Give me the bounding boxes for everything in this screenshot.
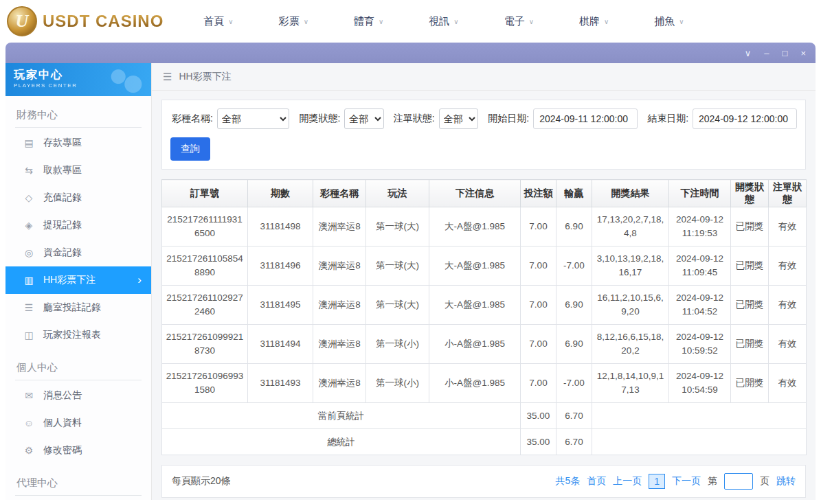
cell-draw-result: 8,12,16,6,15,18,20,2: [592, 325, 669, 364]
end-date-input[interactable]: [693, 108, 797, 129]
cell-play-type: 第一球(大): [366, 247, 429, 286]
sidebar-item[interactable]: ✉ 消息公告: [5, 382, 151, 409]
cell-bet-amount: 7.00: [521, 286, 556, 325]
table-header-row: 訂單號期數彩種名稱玩法下注信息投注額輸贏開獎結果下注時間開獎狀態注單狀態: [162, 180, 807, 207]
cell-bet-time: 2024-09-12 10:59:52: [669, 325, 731, 364]
column-header: 開獎狀態: [731, 180, 769, 207]
sidebar-item[interactable]: ◇ 充值記錄: [5, 184, 151, 211]
sidebar-item-label: 廳室投註記錄: [43, 301, 101, 314]
hamburger-menu-icon[interactable]: ☰: [163, 71, 172, 83]
cell-order-no: 2152172611058548890: [162, 247, 248, 286]
cell-bet-time: 2024-09-12 11:09:45: [669, 247, 731, 286]
funds-record-icon: ◎: [23, 247, 34, 258]
lottery-name-select[interactable]: 全部: [217, 108, 290, 129]
nav-item[interactable]: 體育 ∨: [354, 15, 383, 28]
table-row[interactable]: 2152172611029272460 31181495 澳洲幸运8 第一球(大…: [162, 286, 807, 325]
bet-table-body: 2152172611119316500 31181498 澳洲幸运8 第一球(大…: [162, 207, 807, 455]
cashout-record-icon: ◈: [23, 220, 34, 231]
page-jump-input[interactable]: [724, 473, 753, 490]
cell-issue: 31181493: [248, 364, 313, 403]
lottery-bet-icon: ▥: [23, 275, 34, 286]
cell-bet-info: 大-A盤@1.985: [429, 286, 521, 325]
cell-issue: 31181496: [248, 247, 313, 286]
sidebar-item-label: 存款專區: [43, 137, 82, 149]
start-date-input[interactable]: [533, 108, 638, 129]
close-icon[interactable]: ×: [800, 49, 806, 58]
cell-order-status: 有效: [769, 364, 807, 403]
sidebar-item[interactable]: ⇆ 取款專區: [5, 157, 151, 184]
start-date-label: 開始日期:: [488, 113, 529, 125]
cell-order-status: 有效: [769, 325, 807, 364]
table-row[interactable]: 2152172610969931580 31181493 澳洲幸运8 第一球(小…: [162, 364, 807, 403]
cell-win-loss: -7.00: [556, 364, 592, 403]
window-titlebar[interactable]: ∨ – □ ×: [5, 43, 816, 63]
announcement-icon: ✉: [23, 390, 34, 401]
sidebar-item[interactable]: ◈ 提現記錄: [5, 211, 151, 239]
sidebar-item-label: HH彩票下注: [43, 274, 95, 286]
filter-panel: 彩種名稱: 全部 開獎狀態: 全部 注單狀態: 全部 開始日期:: [161, 100, 806, 170]
maximize-icon[interactable]: □: [783, 49, 788, 58]
sidebar-item-label: 個人資料: [43, 417, 82, 429]
cell-win-loss: 6.90: [556, 286, 592, 325]
cell-issue: 31181494: [248, 325, 313, 364]
cell-order-status: 有效: [769, 247, 807, 286]
end-date-label: 結束日期:: [647, 113, 688, 125]
cell-play-type: 第一球(大): [366, 207, 429, 247]
search-button[interactable]: 查詢: [170, 137, 210, 161]
cell-draw-status: 已開獎: [731, 286, 769, 325]
sidebar-item-label: 資金記錄: [43, 247, 82, 259]
sidebar-item[interactable]: ◫ 玩家投注報表: [5, 321, 151, 349]
nav-item[interactable]: 彩票 ∨: [279, 15, 308, 28]
column-header: 投注額: [521, 180, 556, 207]
cell-draw-status: 已開獎: [731, 364, 769, 403]
sidebar-item-list: ▤ 存款專區 ⇆ 取款專區 ◇ 充值記錄 ◈ 提現記錄 ◎ 資金記錄 ▥ HH彩…: [5, 129, 151, 349]
sidebar-item[interactable]: ☺ 個人資料: [5, 409, 151, 437]
total-count-text: 共5条: [555, 475, 580, 488]
jump-button[interactable]: 跳转: [776, 475, 796, 488]
sidebar-item[interactable]: ▥ HH彩票下注: [5, 266, 151, 294]
sidebar-item[interactable]: ☰ 廳室投註記錄: [5, 294, 151, 321]
order-status-select[interactable]: 全部: [439, 108, 479, 129]
nav-item[interactable]: 首頁 ∨: [203, 15, 233, 28]
hall-bet-records-icon: ☰: [23, 302, 34, 313]
nav-item-label: 棋牌: [579, 15, 600, 28]
dropdown-chevron-icon[interactable]: ∨: [745, 49, 752, 58]
sidebar-item-label: 消息公告: [43, 389, 82, 402]
cell-play-type: 第一球(小): [366, 325, 429, 364]
password-icon: ⚙: [23, 445, 34, 456]
sidebar-item-label: 玩家投注報表: [43, 329, 101, 341]
pagination-bar: 每頁顯示20條 共5条 首页 上一页 1 下一页 第 页 跳转: [161, 465, 806, 498]
minimize-icon[interactable]: –: [764, 49, 769, 58]
summary-label: 總統計: [162, 429, 521, 455]
chevron-down-icon: ∨: [304, 18, 308, 25]
sidebar-item[interactable]: ◎ 資金記錄: [5, 239, 151, 266]
sidebar-item[interactable]: ⚙ 修改密碼: [5, 437, 151, 464]
main-nav: 首頁 ∨ 彩票 ∨ 體育 ∨ 視訊 ∨ 電子 ∨ 棋牌 ∨ 捕魚 ∨: [203, 15, 684, 28]
nav-item[interactable]: 捕魚 ∨: [654, 15, 684, 28]
cell-draw-status: 已開獎: [731, 207, 769, 247]
pager: 共5条 首页 上一页 1 下一页 第 页 跳转: [555, 473, 796, 490]
nav-item[interactable]: 視訊 ∨: [429, 15, 458, 28]
nav-item-label: 捕魚: [654, 15, 675, 28]
order-status-label: 注單狀態:: [394, 113, 435, 125]
cell-bet-info: 小-A盤@1.985: [429, 364, 521, 403]
jump-label-pre: 第: [708, 475, 717, 488]
cell-bet-time: 2024-09-12 10:54:59: [669, 364, 731, 403]
table-row[interactable]: 2152172611119316500 31181498 澳洲幸运8 第一球(大…: [162, 207, 807, 247]
table-row[interactable]: 2152172611058548890 31181496 澳洲幸运8 第一球(大…: [162, 247, 807, 286]
table-row[interactable]: 2152172610999218730 31181494 澳洲幸运8 第一球(小…: [162, 325, 807, 364]
draw-status-select[interactable]: 全部: [344, 108, 384, 129]
prev-page-link[interactable]: 上一页: [613, 475, 642, 488]
bet-table-wrap: 訂單號期數彩種名稱玩法下注信息投注額輸贏開獎結果下注時間開獎狀態注單狀態 215…: [161, 179, 806, 455]
current-page-button[interactable]: 1: [649, 474, 665, 489]
nav-item[interactable]: 棋牌 ∨: [579, 15, 609, 28]
sidebar-item[interactable]: ▤ 存款專區: [5, 129, 151, 157]
page-size-text: 每頁顯示20條: [172, 475, 231, 488]
chevron-down-icon: ∨: [604, 18, 609, 25]
first-page-link[interactable]: 首页: [587, 475, 606, 488]
chevron-down-icon: ∨: [379, 18, 383, 25]
next-page-link[interactable]: 下一页: [672, 475, 701, 488]
nav-item[interactable]: 電子 ∨: [504, 15, 534, 28]
site-logo[interactable]: U USDT CASINO: [7, 6, 164, 36]
sidebar-item-label: 提現記錄: [43, 219, 82, 231]
